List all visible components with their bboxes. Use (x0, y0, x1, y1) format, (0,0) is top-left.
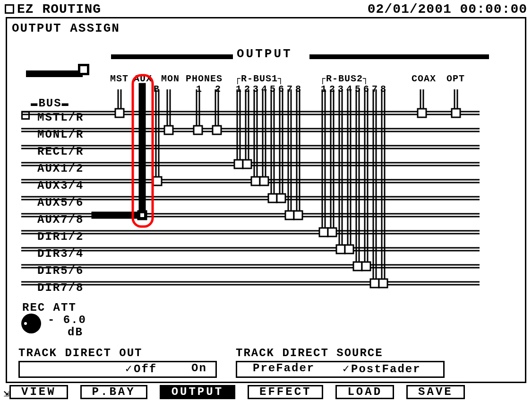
routing-matrix[interactable] (7, 18, 527, 302)
routing-node[interactable] (277, 194, 285, 202)
svg-rect-25 (92, 212, 142, 218)
tds-pre-option[interactable]: PreFader (253, 362, 315, 375)
rec-att-knob[interactable] (21, 314, 41, 333)
routing-node[interactable] (243, 160, 251, 168)
routing-node[interactable] (319, 228, 328, 236)
rec-att-value: - 6.0 (48, 314, 86, 326)
tdo-off-option[interactable]: ✓Off (125, 362, 157, 376)
svg-rect-85 (260, 177, 268, 185)
routing-node[interactable] (251, 177, 260, 185)
svg-rect-98 (370, 279, 379, 288)
tdo-label: TRACK DIRECT OUT (18, 347, 142, 359)
svg-rect-82 (243, 160, 251, 168)
routing-node[interactable] (353, 262, 362, 271)
routing-node[interactable] (379, 279, 387, 288)
tds-label: TRACK DIRECT SOURCE (236, 347, 383, 359)
tab-view[interactable]: VIEW (9, 385, 68, 399)
link-icon: ⇲ (4, 387, 9, 399)
routing-node[interactable] (213, 126, 221, 134)
svg-rect-77 (452, 109, 460, 117)
bus-row-label: DIR7/8 (37, 281, 84, 294)
rec-att-label: REC ATT (22, 301, 77, 314)
svg-rect-0 (26, 70, 83, 77)
svg-rect-94 (336, 245, 345, 253)
tds-post-option[interactable]: ✓PostFader (343, 362, 421, 376)
tdo-on-option[interactable]: On (191, 362, 207, 375)
bus-row-label: MSTL/R (37, 111, 84, 124)
routing-node[interactable] (285, 211, 294, 219)
svg-rect-84 (251, 177, 260, 185)
svg-rect-99 (379, 279, 387, 288)
routing-node[interactable] (370, 279, 379, 288)
tdo-box (18, 361, 217, 378)
routing-node[interactable] (268, 194, 277, 202)
routing-node[interactable] (294, 211, 302, 219)
routing-node[interactable] (138, 211, 146, 219)
svg-rect-95 (345, 245, 353, 253)
bus-row-label: MONL/R (37, 128, 84, 141)
svg-rect-86 (268, 194, 277, 202)
routing-node[interactable] (164, 126, 173, 134)
app-title: EZ ROUTING (5, 2, 101, 17)
tab-pbay[interactable]: P.BAY (80, 385, 147, 399)
datetime-display: 02/01/2001 00:00:00 (368, 2, 527, 17)
routing-node[interactable] (260, 177, 268, 185)
svg-rect-87 (277, 194, 285, 202)
bus-row0-checkbox-icon[interactable] (21, 111, 30, 120)
svg-rect-97 (362, 262, 370, 271)
tab-save[interactable]: SAVE (406, 385, 465, 399)
svg-rect-81 (234, 160, 243, 168)
bus-row-label: DIR1/2 (37, 230, 84, 243)
svg-rect-90 (285, 211, 294, 219)
title-checkbox-icon (5, 4, 14, 14)
svg-rect-2 (80, 66, 87, 73)
bus-row-label: AUX5/6 (37, 196, 84, 209)
tab-effect[interactable]: EFFECT (248, 385, 323, 399)
routing-node[interactable] (115, 109, 124, 117)
svg-rect-89 (140, 213, 144, 217)
svg-rect-83 (153, 177, 162, 185)
routing-node[interactable] (345, 245, 353, 253)
svg-rect-75 (115, 109, 124, 117)
svg-rect-96 (353, 262, 362, 271)
routing-node[interactable] (328, 228, 336, 236)
main-panel: OUTPUT ASSIGN OUTPUT MST AUX B MON PHONE… (6, 17, 526, 383)
svg-rect-92 (319, 228, 328, 236)
routing-node[interactable] (336, 245, 345, 253)
svg-rect-76 (418, 109, 426, 117)
routing-node[interactable] (194, 126, 202, 134)
svg-rect-93 (328, 228, 336, 236)
routing-node[interactable] (452, 109, 460, 117)
bus-row-label: AUX7/8 (37, 213, 84, 226)
svg-rect-80 (213, 126, 221, 134)
svg-rect-79 (194, 126, 202, 134)
bus-row-label: AUX3/4 (37, 179, 84, 192)
routing-node[interactable] (418, 109, 426, 117)
rec-att-unit: dB (68, 326, 83, 339)
bus-row-label: RECL/R (37, 145, 84, 158)
svg-rect-78 (164, 126, 173, 134)
routing-node[interactable] (234, 160, 243, 168)
bus-row-label: DIR3/4 (37, 247, 84, 260)
routing-node[interactable] (153, 177, 162, 185)
bus-row-label: AUX1/2 (37, 162, 84, 175)
svg-rect-91 (294, 211, 302, 219)
routing-node[interactable] (362, 262, 370, 271)
tab-output[interactable]: OUTPUT (160, 385, 235, 399)
tab-load[interactable]: LOAD (335, 385, 394, 399)
bus-row-label: DIR5/6 (37, 264, 84, 277)
